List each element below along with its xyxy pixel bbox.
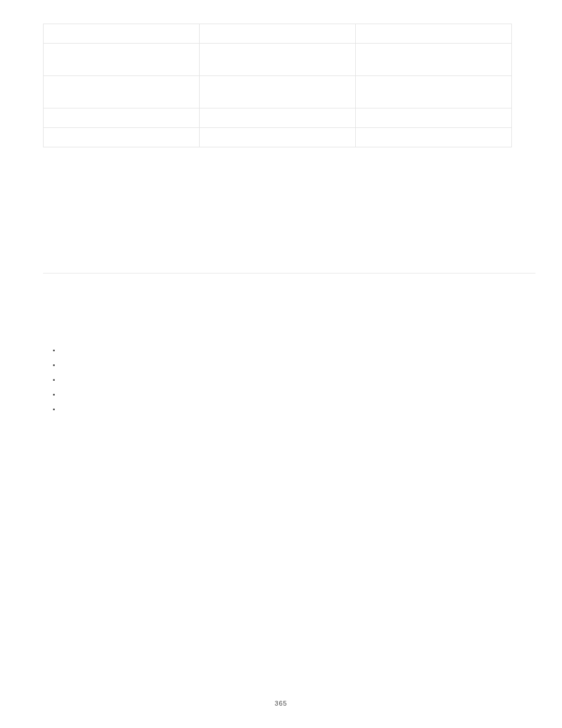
table-row: [44, 128, 512, 147]
table-cell: [355, 128, 511, 147]
table-row: [44, 24, 512, 44]
list-item: [61, 373, 530, 387]
table-cell: [44, 24, 200, 44]
table-cell: [355, 24, 511, 44]
table-cell: [199, 128, 355, 147]
table-cell: [199, 24, 355, 44]
table-cell: [44, 76, 200, 108]
table-cell: [44, 128, 200, 147]
page: 365: [0, 0, 562, 728]
table-cell: [355, 44, 511, 76]
list-item: [61, 387, 530, 402]
table-cell: [355, 108, 511, 128]
table-row: [44, 76, 512, 108]
table-cell: [199, 76, 355, 108]
table-body: [44, 24, 512, 147]
table-cell: [199, 108, 355, 128]
table-cell: [44, 108, 200, 128]
table-cell: [44, 44, 200, 76]
list-item: [61, 343, 530, 358]
bullet-list: [43, 343, 530, 417]
table-cell: [199, 44, 355, 76]
content-area: [43, 24, 530, 417]
page-number: 365: [0, 700, 562, 707]
list-item: [61, 402, 530, 417]
divider: [43, 273, 535, 274]
list-item: [61, 358, 530, 373]
data-table: [43, 24, 512, 147]
spacer: [43, 278, 530, 343]
table-cell: [355, 76, 511, 108]
table-row: [44, 108, 512, 128]
spacer: [43, 147, 530, 268]
table-row: [44, 44, 512, 76]
